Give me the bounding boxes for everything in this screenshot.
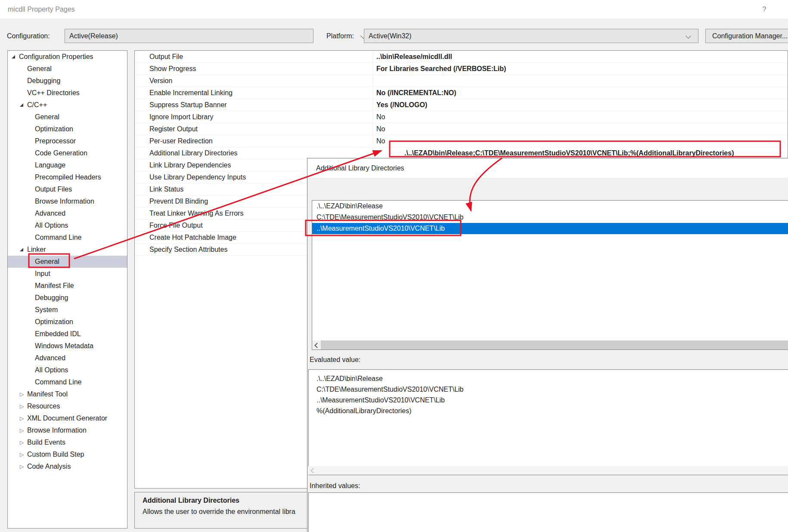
- property-row-enable-incremental-linking[interactable]: Enable Incremental LinkingNo (/INCREMENT…: [135, 87, 788, 99]
- property-value[interactable]: For Libraries Searched (/VERBOSE:Lib): [372, 63, 506, 74]
- tree-collapsed-icon[interactable]: ▷: [20, 461, 24, 473]
- tree-collapsed-icon[interactable]: ▷: [20, 400, 24, 412]
- property-row-register-output[interactable]: Register OutputNo: [135, 123, 788, 135]
- tree-collapsed-icon[interactable]: ▷: [20, 412, 24, 424]
- tree-item-label: C/C++: [27, 99, 47, 111]
- scroll-left-button[interactable]: [312, 340, 320, 350]
- property-name: Use Library Dependency Inputs: [149, 171, 246, 183]
- sidebar-item-preprocessor[interactable]: Preprocessor: [8, 135, 127, 147]
- tree-item-label: Custom Build Step: [27, 448, 84, 461]
- sidebar-item-windows-metadata[interactable]: Windows Metadata: [8, 340, 127, 352]
- dialog-title: Additional Library Directories: [316, 158, 404, 178]
- sidebar-item-output-files[interactable]: Output Files: [8, 183, 127, 195]
- sidebar-item-all-options[interactable]: All Options: [8, 220, 127, 232]
- sidebar-item-browse-information[interactable]: ▷Browse Information: [8, 424, 127, 436]
- directory-list-item[interactable]: C:\TDE\MeasurementStudioVS2010\VCNET\Lib: [312, 212, 788, 223]
- tree-expanded-icon[interactable]: [20, 103, 23, 107]
- directory-list-item[interactable]: .\..\EZAD\bin\Release: [312, 201, 788, 212]
- sidebar-item-code-generation[interactable]: Code Generation: [8, 147, 127, 159]
- property-row-version[interactable]: Version: [135, 75, 788, 87]
- property-name: Register Output: [149, 123, 198, 135]
- sidebar-item-configuration-properties[interactable]: Configuration Properties: [8, 51, 127, 63]
- property-value[interactable]: No: [372, 123, 385, 135]
- property-value[interactable]: Yes (/NOLOGO): [372, 99, 427, 111]
- sidebar-item-xml-document-generator[interactable]: ▷XML Document Generator: [8, 412, 127, 424]
- platform-value: Active(Win32): [369, 32, 412, 40]
- sidebar-item-command-line[interactable]: Command Line: [8, 376, 127, 388]
- description-text: Allows the user to override the environm…: [143, 508, 295, 516]
- property-name: Specify Section Attributes: [149, 244, 227, 255]
- property-value[interactable]: .\..\EZAD\bin\Release;C:\TDE\Measurement…: [372, 147, 734, 159]
- tree-item-label: Build Events: [27, 436, 65, 448]
- property-name: Suppress Startup Banner: [149, 99, 227, 111]
- property-row-show-progress[interactable]: Show ProgressFor Libraries Searched (/VE…: [135, 63, 788, 75]
- sidebar-item-input[interactable]: Input: [8, 268, 127, 280]
- tree-item-label: Embedded IDL: [35, 328, 81, 340]
- sidebar-item-linker[interactable]: Linker: [8, 244, 127, 256]
- property-name: Link Library Dependencies: [149, 159, 231, 171]
- sidebar-item-general[interactable]: General: [8, 63, 127, 75]
- horizontal-scrollbar[interactable]: [312, 340, 788, 350]
- property-name: Create Hot Patchable Image: [149, 232, 236, 243]
- sidebar-item-code-analysis[interactable]: ▷Code Analysis: [8, 461, 127, 473]
- sidebar-item-advanced[interactable]: Advanced: [8, 207, 127, 220]
- property-value[interactable]: No (/INCREMENTAL:NO): [372, 87, 456, 99]
- sidebar-item-general[interactable]: General: [8, 256, 127, 268]
- evaluated-value-line: %(AdditionalLibraryDirectories): [316, 405, 788, 416]
- sidebar-item-c-c-[interactable]: C/C++: [8, 99, 127, 111]
- sidebar-item-build-events[interactable]: ▷Build Events: [8, 436, 127, 448]
- sidebar-item-browse-information[interactable]: Browse Information: [8, 195, 127, 207]
- sidebar-item-custom-build-step[interactable]: ▷Custom Build Step: [8, 448, 127, 461]
- configuration-dropdown[interactable]: Active(Release): [65, 29, 313, 43]
- horizontal-scrollbar-disabled[interactable]: [308, 466, 788, 475]
- property-row-per-user-redirection[interactable]: Per-user RedirectionNo: [135, 135, 788, 147]
- property-pages-dialog: { "window": { "title": "micdll Property …: [0, 0, 788, 532]
- tree-item-label: System: [35, 304, 58, 316]
- sidebar-item-optimization[interactable]: Optimization: [8, 316, 127, 328]
- sidebar-item-precompiled-headers[interactable]: Precompiled Headers: [8, 171, 127, 183]
- sidebar-item-advanced[interactable]: Advanced: [8, 352, 127, 364]
- help-icon[interactable]: ?: [759, 0, 770, 19]
- tree-collapsed-icon[interactable]: ▷: [20, 448, 24, 461]
- tree-item-label: Browse Information: [27, 424, 87, 436]
- property-value[interactable]: No: [372, 135, 385, 147]
- sidebar-item-manifest-tool[interactable]: ▷Manifest Tool: [8, 388, 127, 400]
- sidebar-item-system[interactable]: System: [8, 304, 127, 316]
- sidebar-item-general[interactable]: General: [8, 111, 127, 123]
- sidebar-item-command-line[interactable]: Command Line: [8, 232, 127, 244]
- property-value[interactable]: No: [372, 111, 385, 123]
- window-title: micdll Property Pages: [8, 0, 75, 19]
- tree-item-label: Manifest Tool: [27, 388, 68, 400]
- platform-dropdown[interactable]: Active(Win32): [364, 29, 698, 43]
- scrollbar-thumb[interactable]: [321, 340, 788, 350]
- sidebar-item-optimization[interactable]: Optimization: [8, 123, 127, 135]
- tree-item-label: Output Files: [35, 183, 72, 195]
- sidebar-item-vc-directories[interactable]: VC++ Directories: [8, 87, 127, 99]
- sidebar-item-manifest-file[interactable]: Manifest File: [8, 280, 127, 292]
- tree-expanded-icon[interactable]: [12, 55, 15, 59]
- configuration-manager-button[interactable]: Configuration Manager...: [705, 29, 788, 43]
- directory-list-item[interactable]: ..\MeasurementStudioVS2010\VCNET\Lib: [312, 223, 788, 234]
- configuration-value: Active(Release): [69, 32, 118, 40]
- sidebar-item-all-options[interactable]: All Options: [8, 364, 127, 376]
- tree-collapsed-icon[interactable]: ▷: [20, 424, 24, 436]
- sidebar-item-embedded-idl[interactable]: Embedded IDL: [8, 328, 127, 340]
- tree-expanded-icon[interactable]: [20, 248, 23, 251]
- tree-collapsed-icon[interactable]: ▷: [20, 436, 24, 448]
- window-titlebar: micdll Property Pages ?: [0, 0, 788, 19]
- sidebar-item-debugging[interactable]: Debugging: [8, 75, 127, 87]
- property-row-ignore-import-library[interactable]: Ignore Import LibraryNo: [135, 111, 788, 123]
- property-row-output-file[interactable]: Output File..\bin\Release/micdll.dll: [135, 51, 788, 63]
- tree-item-label: Precompiled Headers: [35, 171, 101, 183]
- sidebar-item-resources[interactable]: ▷Resources: [8, 400, 127, 412]
- dialog-titlebar[interactable]: Additional Library Directories: [307, 158, 788, 178]
- property-row-suppress-startup-banner[interactable]: Suppress Startup BannerYes (/NOLOGO): [135, 99, 788, 111]
- property-row-additional-library-directories[interactable]: Additional Library Directories.\..\EZAD\…: [135, 147, 788, 159]
- sidebar-item-language[interactable]: Language: [8, 159, 127, 171]
- tree-item-label: Advanced: [35, 207, 65, 220]
- sidebar-item-debugging[interactable]: Debugging: [8, 292, 127, 304]
- tree-item-label: Code Analysis: [27, 461, 71, 473]
- property-value[interactable]: ..\bin\Release/micdll.dll: [372, 51, 452, 62]
- tree-item-label: XML Document Generator: [27, 412, 107, 424]
- tree-collapsed-icon[interactable]: ▷: [20, 388, 24, 400]
